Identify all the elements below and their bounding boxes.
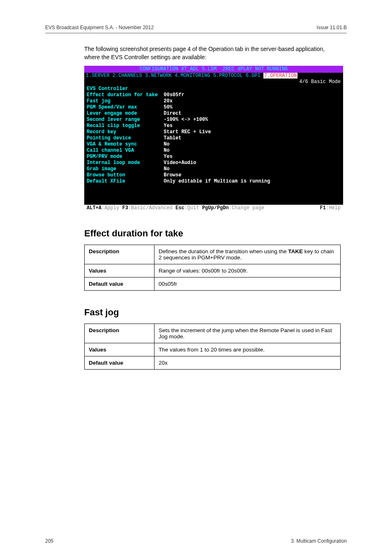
hotkey-alt-a: ALT+A: [87, 205, 101, 211]
terminal-tab-active: 7.OPERATION: [263, 73, 297, 79]
table-row: Default value 00s05fr: [85, 277, 341, 290]
terminal-titlebar: CONFIGURATION XT_ADL 5.LSM 2REC 4PLAY NO…: [84, 66, 343, 73]
page-footer: 205 3. Multicam Configuration: [45, 386, 347, 544]
hotkey-f3: F3: [122, 205, 128, 211]
header-left: EVS Broadcast Equipment S.A. - November …: [45, 25, 154, 30]
header-right: Issue 11.01.B: [317, 25, 347, 30]
table-row: Description Sets the increment of the ju…: [85, 324, 341, 343]
hotkey-f1: F1: [320, 205, 326, 211]
hotkey-esc-label: :Quit: [184, 205, 202, 211]
cell-label-values: Values: [85, 343, 154, 356]
terminal-tabs: 1.SERVER 2.CHANNELS 3.NETWORK 4.MONITORI…: [84, 73, 343, 79]
footer-section-label: 3. Multicam Configuration: [291, 538, 347, 544]
cell-value-values: The values from 1 to 20 times are possib…: [154, 343, 341, 356]
table-row: Values The values from 1 to 20 times are…: [85, 343, 341, 356]
cell-label-values: Values: [85, 264, 154, 277]
terminal-mode-indicator: 4/6 Basic Mode: [84, 79, 343, 85]
section-heading-effect-duration: Effect duration for take: [84, 228, 347, 239]
hotkey-pgup-pgdn-label: :Change page: [229, 205, 264, 211]
terminal-footer: ALT+A:Apply F3:Basic/Advanced Esc:Quit P…: [84, 205, 343, 212]
page-number: 205: [45, 538, 53, 544]
section-heading-fast-jog: Fast jog: [84, 307, 347, 318]
cell-value-description: Defines the duration of the transition w…: [154, 245, 341, 264]
hotkey-pgup-pgdn: PgUp/PgDn: [202, 205, 229, 211]
cell-label-default: Default value: [85, 277, 154, 290]
table-row: Values Range of values: 00s00fr to 20s00…: [85, 264, 341, 277]
intro-paragraph: The following screenshot presents page 4…: [84, 45, 339, 62]
terminal-screenshot: CONFIGURATION XT_ADL 5.LSM 2REC 4PLAY NO…: [84, 66, 343, 212]
page: EVS Broadcast Equipment S.A. - November …: [0, 0, 392, 555]
param-table-fast-jog: Description Sets the increment of the ju…: [84, 324, 341, 370]
hotkey-f1-label: :Help: [326, 205, 341, 211]
cell-label-default: Default value: [85, 356, 154, 369]
param-table-effect-duration: Description Defines the duration of the …: [84, 245, 341, 291]
hotkey-alt-a-label: :Apply: [101, 205, 122, 211]
cell-value-default: 00s05fr: [154, 277, 341, 290]
page-header: EVS Broadcast Equipment S.A. - November …: [45, 25, 347, 33]
hotkey-esc: Esc: [175, 205, 184, 211]
cell-value-default: 20x: [154, 356, 341, 369]
table-row: Description Defines the duration of the …: [85, 245, 341, 264]
table-row: Default value 20x: [85, 356, 341, 369]
terminal-tabs-list: 1.SERVER 2.CHANNELS 3.NETWORK 4.MONITORI…: [86, 73, 263, 79]
cell-value-description: Sets the increment of the jump when the …: [154, 324, 341, 343]
cell-label-description: Description: [85, 245, 154, 264]
cell-label-description: Description: [85, 324, 154, 343]
cell-value-values: Range of values: 00s00fr to 20s00fr.: [154, 264, 341, 277]
terminal-body: EVS Controller Effect duration for take …: [84, 85, 343, 205]
hotkey-f3-label: :Basic/Advanced: [128, 205, 175, 211]
